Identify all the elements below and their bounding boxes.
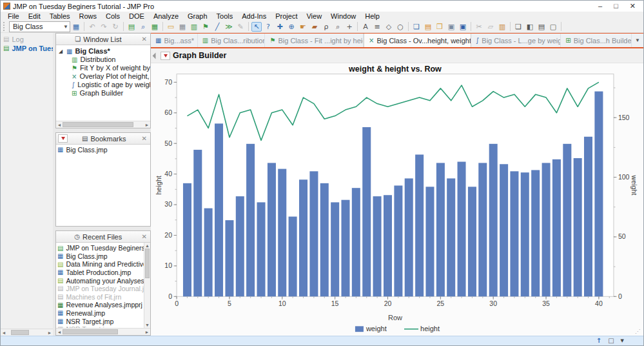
data-table-selector[interactable]: Big Class ▼ bbox=[9, 21, 70, 32]
bar-row-11[interactable] bbox=[289, 217, 297, 297]
bar-row-19[interactable] bbox=[373, 196, 382, 296]
bar-row-4[interactable] bbox=[215, 123, 223, 296]
recent-file-item[interactable]: ▦ Big Class.jmp bbox=[57, 252, 150, 261]
rerun-icon[interactable]: ↻ bbox=[110, 22, 121, 32]
bar-row-3[interactable] bbox=[204, 209, 213, 297]
scroll-right-icon[interactable]: ► bbox=[144, 329, 150, 335]
recent-file-item[interactable]: ▤ JMP on Tuesday Beginers Tutoria bbox=[57, 244, 150, 252]
menu-view[interactable]: View bbox=[302, 12, 326, 21]
minimize-button[interactable]: – bbox=[598, 3, 602, 10]
edit-layout-icon[interactable]: ◧ bbox=[525, 22, 535, 32]
rail-horizontal-scrollbar[interactable]: ◄ ► bbox=[1, 329, 53, 336]
bar-row-40[interactable] bbox=[594, 92, 603, 297]
grabber-hand-icon[interactable]: ☛ bbox=[298, 22, 308, 32]
bar-row-32[interactable] bbox=[510, 171, 518, 296]
bar-row-26[interactable] bbox=[447, 178, 455, 296]
menu-graph[interactable]: Graph bbox=[183, 12, 212, 21]
open-folder-icon[interactable]: ❒ bbox=[434, 22, 445, 32]
scroll-down-icon[interactable]: ▼ bbox=[145, 322, 150, 328]
expand-triangle-icon[interactable]: ◢ bbox=[59, 47, 64, 56]
bar-row-33[interactable] bbox=[521, 172, 529, 296]
recent-file-item[interactable]: ▦ NSR Target.jmp bbox=[57, 318, 150, 326]
close-icon[interactable]: ✕ bbox=[141, 233, 148, 240]
tree-item[interactable]: ▥ Distribution bbox=[59, 56, 150, 64]
globe-icon[interactable]: ⊕ bbox=[286, 22, 297, 32]
crosshair-icon[interactable]: + bbox=[344, 22, 355, 32]
rail-item[interactable]: ▤ JMP on Tuesd bbox=[1, 44, 53, 53]
bar-row-16[interactable] bbox=[341, 200, 349, 297]
document-tab-1[interactable]: ▦ Big...ass* × bbox=[151, 34, 198, 47]
cut-icon[interactable]: ✂ bbox=[474, 22, 484, 32]
bar-row-28[interactable] bbox=[468, 187, 476, 296]
table-view-icon[interactable]: ▦ bbox=[177, 22, 188, 32]
menu-file[interactable]: File bbox=[3, 12, 24, 21]
move-icon[interactable]: ✚ bbox=[275, 22, 285, 32]
recent-file-item[interactable]: ▤ JMP on Tuesday Journal.jrn bbox=[57, 285, 150, 293]
search-binoculars-icon[interactable]: ⌕ bbox=[138, 22, 148, 32]
document-tab-6[interactable]: ⊞ Big Clas...h Builder × bbox=[561, 34, 632, 47]
bar-row-36[interactable] bbox=[552, 159, 561, 296]
bar-row-25[interactable] bbox=[436, 163, 445, 296]
polygon-icon[interactable]: ◇ bbox=[384, 22, 394, 32]
bookmarks-menu-button[interactable] bbox=[58, 134, 68, 143]
bar-row-30[interactable] bbox=[489, 144, 498, 296]
menu-add-ins[interactable]: Add-Ins bbox=[237, 12, 271, 21]
window-box-icon[interactable]: □ bbox=[608, 337, 614, 345]
data-filter-icon[interactable]: ▭ bbox=[166, 22, 176, 32]
maximize-button[interactable]: □ bbox=[614, 3, 618, 10]
bar-row-8[interactable] bbox=[257, 202, 266, 296]
magnifier-icon[interactable]: ⌕ bbox=[333, 22, 343, 32]
recent-file-item[interactable]: ▦ Tablet Production.jmp bbox=[57, 269, 150, 277]
redo-icon[interactable]: ↷ bbox=[99, 22, 109, 32]
scroll-left-icon[interactable]: ◄ bbox=[1, 330, 7, 336]
lines-icon[interactable]: ≡ bbox=[372, 22, 382, 32]
bar-row-14[interactable] bbox=[320, 183, 329, 296]
upload-arrow-icon[interactable]: ↑ bbox=[596, 337, 601, 345]
scroll-right-icon[interactable]: ► bbox=[144, 122, 150, 128]
scroll-left-icon[interactable]: ◄ bbox=[56, 122, 63, 128]
close-icon[interactable]: ✕ bbox=[141, 36, 148, 43]
bar-row-1[interactable] bbox=[183, 183, 191, 296]
save-as-icon[interactable]: ▣ bbox=[446, 22, 456, 32]
bookmark-item[interactable]: ▦ Big Class.jmp bbox=[57, 146, 150, 154]
bar-row-22[interactable] bbox=[405, 178, 413, 296]
tree-item[interactable]: × Overlay Plot of height, weight bbox=[59, 72, 150, 81]
bar-row-18[interactable] bbox=[362, 127, 371, 296]
document-tab-3[interactable]: ⚑ Big Class - Fit ...ight by height × bbox=[265, 34, 364, 47]
help-icon[interactable]: ? bbox=[263, 22, 273, 32]
scroll-right-icon[interactable]: ► bbox=[46, 330, 53, 336]
annotate-pencil-icon[interactable]: ✎ bbox=[235, 22, 246, 32]
new-journal-icon[interactable]: ▤ bbox=[423, 22, 433, 32]
dropdown-caret-icon[interactable]: ▼ bbox=[621, 337, 624, 345]
annotate-text-icon[interactable]: A bbox=[360, 22, 371, 32]
journal-icon[interactable]: ▤ bbox=[126, 22, 137, 32]
bar-row-2[interactable] bbox=[193, 150, 202, 296]
toolbar-grip[interactable] bbox=[3, 22, 7, 31]
close-button[interactable]: ✕ bbox=[630, 3, 636, 10]
undo-icon[interactable]: ↶ bbox=[87, 22, 97, 32]
menu-cols[interactable]: Cols bbox=[101, 12, 124, 21]
tree-item[interactable]: ∫ Logistic of age by weight bbox=[59, 81, 150, 89]
menu-rows[interactable]: Rows bbox=[75, 12, 102, 21]
document-tab-2[interactable]: ▥ Big Clas...ribution × bbox=[198, 34, 266, 47]
distribution-icon[interactable]: ▥ bbox=[189, 22, 199, 32]
bar-row-12[interactable] bbox=[299, 179, 307, 296]
bar-row-34[interactable] bbox=[531, 170, 540, 296]
chart-svg[interactable]: weight & height vs. Row05101520253035400… bbox=[151, 63, 643, 336]
bar-row-21[interactable] bbox=[394, 185, 402, 296]
menu-tables[interactable]: Tables bbox=[45, 12, 75, 21]
data-table-icon[interactable]: ▦ bbox=[71, 22, 81, 32]
tree-root[interactable]: ◢ ▦ Big Class* bbox=[59, 47, 150, 56]
assign-icon[interactable]: ≫ bbox=[224, 22, 234, 32]
scroll-left-icon[interactable]: ◄ bbox=[56, 329, 63, 335]
bar-row-38[interactable] bbox=[574, 158, 582, 296]
resize-grip[interactable]: ⋰ bbox=[635, 329, 641, 334]
menu-analyze[interactable]: Analyze bbox=[149, 12, 183, 21]
arrow-cursor-icon[interactable]: ↖ bbox=[251, 22, 262, 32]
bar-row-10[interactable] bbox=[278, 169, 286, 297]
copy-picture-icon[interactable]: ❏ bbox=[513, 22, 523, 32]
menu-tools[interactable]: Tools bbox=[212, 12, 238, 21]
tree-item[interactable]: ⚑ Fit Y by X of weight by height bbox=[59, 64, 150, 72]
recent-file-item[interactable]: ▦ NSR Target.jmp bbox=[57, 325, 150, 328]
fit-model-icon[interactable]: ╱ bbox=[212, 22, 222, 32]
